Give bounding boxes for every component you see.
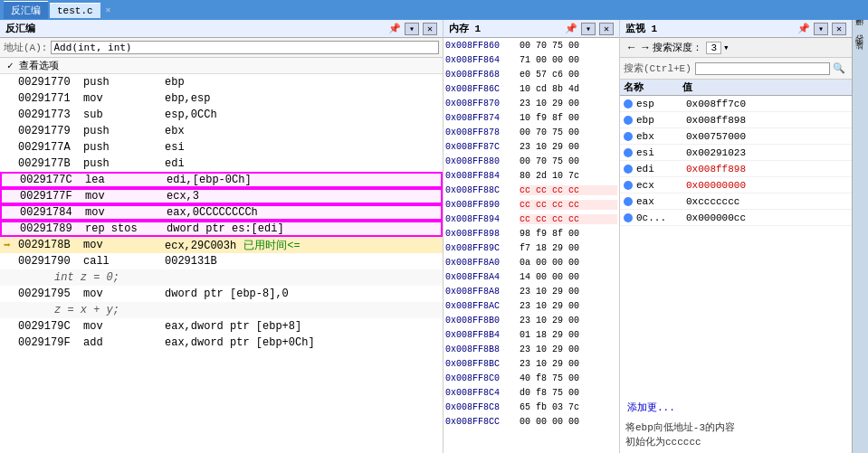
view-options[interactable]: ✓ 查看选项 <box>0 58 443 74</box>
arrow-indicator <box>4 157 18 171</box>
memory-row[interactable]: 0x008FF8BC23 10 29 00 <box>444 356 619 371</box>
memory-bytes: 23 10 29 00 <box>520 344 617 354</box>
watch-dot <box>624 116 633 125</box>
close-panel-icon[interactable]: ✕ <box>423 23 437 35</box>
memory-row[interactable]: 0x008FF88480 2d 10 7c <box>444 168 619 183</box>
title-bar: 反汇编 test.c ✕ <box>0 0 868 20</box>
search-icon[interactable]: 🔍 <box>830 62 848 74</box>
tab-test-c[interactable]: test.c <box>50 3 100 18</box>
memory-addr: 0x008FF88C <box>445 185 520 195</box>
watch-close-icon[interactable]: ✕ <box>832 23 846 35</box>
watch-note: 将ebp向低地址-3的内容初始化为cccccc <box>620 418 852 453</box>
memory-row[interactable]: 0x008FF8C040 f8 75 00 <box>444 371 619 385</box>
pin-icon[interactable]: 📌 <box>388 23 401 35</box>
memory-row[interactable]: 0x008FF89Cf7 18 29 00 <box>444 241 619 255</box>
memory-row[interactable]: 0x008FF88000 70 75 00 <box>444 154 619 168</box>
memory-row[interactable]: 0x008FF86471 00 00 00 <box>444 52 619 67</box>
memory-bytes: 00 70 75 00 <box>520 127 617 137</box>
memory-close-icon[interactable]: ✕ <box>599 23 614 35</box>
disasm-mnemonic: push <box>83 125 165 137</box>
watch-row[interactable]: esi0x00291023 <box>620 145 852 161</box>
memory-row[interactable]: 0x008FF8A823 10 29 00 <box>444 284 619 298</box>
disasm-row[interactable]: 00291789rep stosdword ptr es:[edi] <box>0 221 443 237</box>
disasm-row[interactable]: 0029177Fmovecx,3 <box>0 188 443 204</box>
memory-row[interactable]: 0x008FF894cc cc cc cc <box>444 212 619 226</box>
watch-add-link[interactable]: 添加更... <box>620 397 852 418</box>
memory-addr: 0x008FF87C <box>445 142 520 152</box>
disasm-row[interactable]: 0029179Cmoveax,dword ptr [ebp+8] <box>0 318 443 335</box>
disasm-addr: 00291789 <box>20 222 85 235</box>
comment-text: int z = 0; <box>54 271 119 284</box>
memory-row[interactable]: 0x008FF87C23 10 29 00 <box>444 139 619 154</box>
disasm-row[interactable]: 0029177Cleaedi,[ebp-0Ch] <box>0 172 443 188</box>
watch-row[interactable]: ebp0x008ff898 <box>620 112 852 128</box>
memory-addr: 0x008FF89C <box>445 243 520 253</box>
disasm-content[interactable]: 00291770pushebp 00291771movebp,esp 00291… <box>0 74 443 453</box>
disasm-row[interactable]: int z = 0; <box>0 269 443 286</box>
watch-name: ebx <box>636 131 686 142</box>
disasm-operands: eax,dword ptr [ebp+0Ch] <box>165 336 439 349</box>
disasm-row[interactable]: 00291790call0029131B <box>0 253 443 269</box>
watch-row[interactable]: 0c...0x000000cc <box>620 210 852 226</box>
memory-row[interactable]: 0x008FF8CC00 00 00 00 <box>444 414 619 429</box>
memory-row[interactable]: 0x008FF8C865 fb 03 7c <box>444 400 619 414</box>
disasm-row[interactable]: 0029177Apushesi <box>0 139 443 156</box>
memory-row[interactable]: 0x008FF8A414 00 00 00 <box>444 269 619 284</box>
search-label: 搜索(Ctrl+E) <box>624 61 692 75</box>
watch-row[interactable]: eax0xccccccc <box>620 193 852 210</box>
memory-row[interactable]: 0x008FF88Ccc cc cc cc <box>444 183 619 197</box>
search-input[interactable] <box>695 62 830 75</box>
disasm-row[interactable]: z = x + y; <box>0 302 443 318</box>
close-icon[interactable]: ✕ <box>106 5 111 15</box>
disasm-row[interactable]: 00291795movdword ptr [ebp-8],0 <box>0 286 443 302</box>
right-strip-item[interactable]: it <box>856 41 865 51</box>
memory-addr: 0x008FF8B8 <box>445 344 520 354</box>
disasm-row[interactable]: 00291770pushebp <box>0 74 443 90</box>
disasm-row[interactable]: 0029177Bpushedi <box>0 156 443 172</box>
watch-pin-icon[interactable]: 📌 <box>797 23 810 35</box>
memory-row[interactable]: 0x008FF86C10 cd 8b 4d <box>444 81 619 96</box>
disasm-row[interactable]: 0029179Faddeax,dword ptr [ebp+0Ch] <box>0 335 443 351</box>
memory-row[interactable]: 0x008FF890cc cc cc cc <box>444 197 619 212</box>
watch-value: 0x000000cc <box>686 212 848 223</box>
right-strip-item[interactable]: G <box>856 34 865 39</box>
memory-row[interactable]: 0x008FF8C4d0 f8 75 00 <box>444 385 619 400</box>
memory-row[interactable]: 0x008FF868e0 57 c6 00 <box>444 67 619 81</box>
memory-row[interactable]: 0x008FF8B401 18 29 00 <box>444 327 619 342</box>
disasm-operands: esp,0CCh <box>165 109 439 121</box>
disasm-row[interactable]: 00291773subesp,0CCh <box>0 107 443 123</box>
watch-row[interactable]: edi0x008ff898 <box>620 161 852 177</box>
memory-row[interactable]: 0x008FF8B023 10 29 00 <box>444 313 619 327</box>
memory-row[interactable]: 0x008FF87023 10 29 00 <box>444 96 619 110</box>
address-input[interactable] <box>51 41 439 54</box>
watch-row[interactable]: esp0x008ff7c0 <box>620 96 852 112</box>
memory-row[interactable]: 0x008FF8B823 10 29 00 <box>444 342 619 356</box>
memory-content[interactable]: 0x008FF86000 70 75 000x008FF86471 00 00 … <box>444 38 619 453</box>
memory-pin-icon[interactable]: 📌 <box>565 23 577 35</box>
disasm-mnemonic: lea <box>85 174 167 186</box>
nav-forward-btn[interactable]: → <box>639 42 651 54</box>
memory-row[interactable]: 0x008FF89898 f9 8f 00 <box>444 226 619 241</box>
tab-disasm[interactable]: 反汇编 <box>4 1 48 19</box>
nav-back-btn[interactable]: ← <box>625 42 637 54</box>
disasm-row[interactable]: 00291771movebp,esp <box>0 90 443 107</box>
disasm-row[interactable]: ➡0029178Bmovecx,29C003h已用时间<= <box>0 237 443 253</box>
memory-row[interactable]: 0x008FF87410 f9 8f 00 <box>444 110 619 125</box>
disasm-row[interactable]: 00291779pushebx <box>0 123 443 139</box>
memory-addr: 0x008FF8C4 <box>445 388 520 398</box>
memory-row[interactable]: 0x008FF87800 70 75 00 <box>444 125 619 139</box>
watch-row[interactable]: ecx0x00000000 <box>620 177 852 193</box>
disasm-mnemonic: rep stos <box>85 222 167 235</box>
watch-table-header: 名称 值 <box>620 80 852 96</box>
memory-controls: 📌 ▾ ✕ <box>565 23 614 35</box>
memory-row[interactable]: 0x008FF8A00a 00 00 00 <box>444 255 619 269</box>
memory-row[interactable]: 0x008FF8AC23 10 29 00 <box>444 298 619 313</box>
depth-dropdown[interactable]: ▾ <box>723 42 730 53</box>
float-btn[interactable]: ▾ <box>405 23 419 35</box>
memory-row[interactable]: 0x008FF86000 70 75 00 <box>444 38 619 52</box>
watch-float-btn[interactable]: ▾ <box>814 23 828 35</box>
disasm-addr: 0029179C <box>18 320 83 333</box>
disasm-row[interactable]: 00291784moveax,0CCCCCCCCh <box>0 204 443 221</box>
memory-float-btn[interactable]: ▾ <box>581 23 596 35</box>
watch-row[interactable]: ebx0x00757000 <box>620 128 852 145</box>
